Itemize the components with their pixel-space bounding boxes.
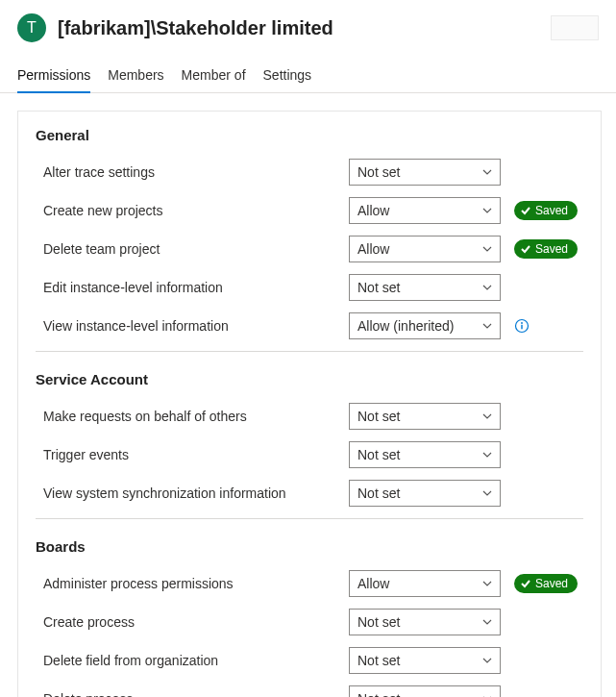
permissions-panel: GeneralAlter trace settingsNot setCreate… bbox=[17, 111, 602, 697]
permission-select-wrap: Not set bbox=[349, 480, 501, 507]
info-icon[interactable] bbox=[514, 318, 530, 334]
permission-row: Alter trace settingsNot set bbox=[36, 153, 583, 191]
permission-select[interactable]: Not set bbox=[349, 609, 501, 635]
permission-select-wrap: Allow bbox=[349, 570, 501, 597]
permission-select[interactable]: Not set bbox=[349, 647, 501, 674]
permission-row: Delete processNot set bbox=[36, 680, 583, 697]
permission-row: Create new projectsAllowSaved bbox=[36, 191, 583, 230]
permission-row: Delete team projectAllowSaved bbox=[36, 230, 583, 268]
permission-select-wrap: Not set bbox=[349, 609, 501, 635]
permission-select-wrap: Not set bbox=[349, 441, 501, 468]
permission-label: Delete process bbox=[36, 691, 349, 697]
permission-select[interactable]: Not set bbox=[349, 274, 501, 301]
permission-select[interactable]: Allow (inherited) bbox=[349, 312, 501, 339]
saved-badge: Saved bbox=[514, 239, 578, 259]
tab-member-of[interactable]: Member of bbox=[182, 62, 246, 92]
svg-rect-2 bbox=[521, 325, 522, 330]
section-general: GeneralAlter trace settingsNot setCreate… bbox=[36, 127, 583, 352]
tab-settings[interactable]: Settings bbox=[263, 62, 312, 92]
permission-label: Trigger events bbox=[36, 447, 349, 462]
permission-row: Create processNot set bbox=[36, 603, 583, 641]
svg-point-1 bbox=[521, 322, 523, 324]
saved-badge-label: Saved bbox=[535, 577, 568, 590]
section-title: Boards bbox=[36, 538, 583, 555]
check-icon bbox=[520, 205, 531, 216]
page-title: [fabrikam]\Stakeholder limited bbox=[58, 17, 333, 39]
tab-permissions[interactable]: Permissions bbox=[17, 62, 90, 92]
permission-select[interactable]: Not set bbox=[349, 685, 501, 697]
permission-select-wrap: Not set bbox=[349, 647, 501, 674]
section-boards: BoardsAdminister process permissionsAllo… bbox=[36, 538, 583, 697]
permission-select-wrap: Not set bbox=[349, 159, 501, 186]
permission-select[interactable]: Not set bbox=[349, 441, 501, 468]
page-header: T [fabrikam]\Stakeholder limited bbox=[0, 0, 616, 50]
permission-label: View system synchronization information bbox=[36, 485, 349, 501]
tab-members[interactable]: Members bbox=[108, 62, 163, 92]
permission-row: Administer process permissionsAllowSaved bbox=[36, 564, 583, 603]
permission-label: Edit instance-level information bbox=[36, 280, 349, 295]
check-icon bbox=[520, 243, 531, 255]
permission-label: Delete team project bbox=[36, 241, 349, 257]
permission-select[interactable]: Allow bbox=[349, 197, 501, 224]
saved-badge-label: Saved bbox=[535, 204, 568, 217]
permission-select[interactable]: Allow bbox=[349, 236, 501, 262]
section-title: Service Account bbox=[36, 371, 583, 387]
permission-select-wrap: Not set bbox=[349, 274, 501, 301]
permission-row: Edit instance-level informationNot set bbox=[36, 268, 583, 307]
permission-select[interactable]: Allow bbox=[349, 570, 501, 597]
permission-select-wrap: Allow bbox=[349, 197, 501, 224]
saved-badge-label: Saved bbox=[535, 242, 568, 256]
section-service-account: Service AccountMake requests on behalf o… bbox=[36, 371, 583, 519]
permission-select[interactable]: Not set bbox=[349, 480, 501, 507]
header-action-placeholder[interactable] bbox=[551, 15, 599, 40]
permission-label: Alter trace settings bbox=[36, 164, 349, 180]
permission-select-wrap: Allow bbox=[349, 236, 501, 262]
permission-row: Make requests on behalf of othersNot set bbox=[36, 397, 583, 436]
permission-label: Administer process permissions bbox=[36, 576, 349, 591]
permission-label: Create new projects bbox=[36, 203, 349, 218]
check-icon bbox=[520, 578, 531, 589]
permission-select-wrap: Not set bbox=[349, 403, 501, 430]
permission-label: Delete field from organization bbox=[36, 653, 349, 668]
tabs-bar: PermissionsMembersMember ofSettings bbox=[0, 50, 616, 93]
permission-select[interactable]: Not set bbox=[349, 159, 501, 186]
permission-row: View system synchronization informationN… bbox=[36, 474, 583, 512]
permission-label: Create process bbox=[36, 614, 349, 630]
permission-label: View instance-level information bbox=[36, 318, 349, 334]
permission-select[interactable]: Not set bbox=[349, 403, 501, 430]
saved-badge: Saved bbox=[514, 201, 578, 220]
permission-select-wrap: Allow (inherited) bbox=[349, 312, 501, 339]
permission-row: Delete field from organizationNot set bbox=[36, 641, 583, 680]
section-title: General bbox=[36, 127, 583, 143]
permission-label: Make requests on behalf of others bbox=[36, 409, 349, 424]
saved-badge: Saved bbox=[514, 574, 578, 593]
avatar: T bbox=[17, 13, 46, 42]
permission-select-wrap: Not set bbox=[349, 685, 501, 697]
permission-row: View instance-level informationAllow (in… bbox=[36, 307, 583, 345]
permission-row: Trigger eventsNot set bbox=[36, 436, 583, 474]
